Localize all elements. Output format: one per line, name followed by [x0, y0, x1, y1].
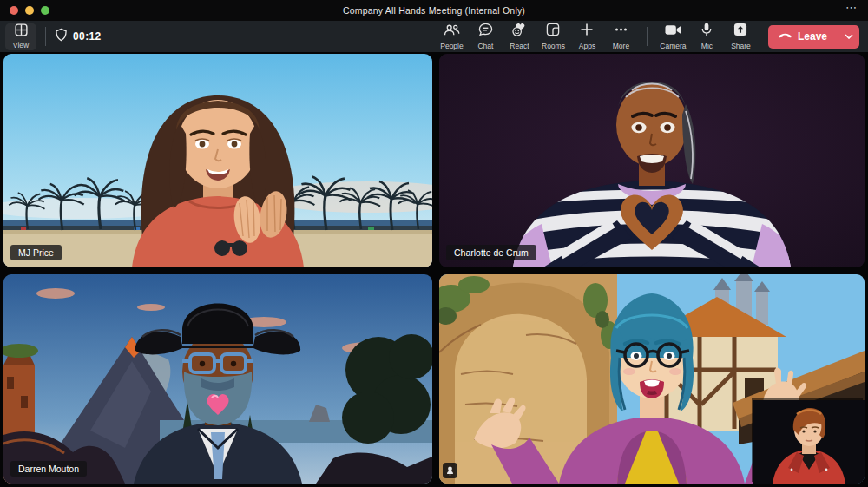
more-button[interactable]: More [604, 21, 638, 52]
titlebar-more-icon[interactable]: ⋯ [845, 1, 858, 14]
rooms-icon [546, 23, 560, 40]
beach-avatar-scene [3, 54, 432, 267]
camera-icon [665, 23, 681, 40]
chat-icon [478, 23, 493, 40]
view-button[interactable]: View [5, 23, 36, 50]
camera-button[interactable]: Camera [656, 22, 690, 52]
leave-button-group: Leave [768, 25, 859, 49]
shield-icon [55, 28, 68, 45]
leave-label: Leave [798, 30, 827, 43]
share-button[interactable]: Share [724, 21, 758, 52]
heart-hands-avatar-scene [439, 54, 865, 267]
video-grid: MJ Price [3, 54, 865, 484]
mic-button[interactable]: Mic [690, 21, 724, 52]
plus-icon [580, 23, 594, 40]
apps-button[interactable]: Apps [570, 21, 604, 52]
participant-nameplate: Charlotte de Crum [446, 245, 536, 260]
leave-button[interactable]: Leave [768, 25, 838, 49]
video-tile-self[interactable] [439, 274, 865, 484]
red-jacket-avatar [753, 400, 865, 484]
pin-icon [446, 466, 454, 476]
participant-nameplate: MJ Price [10, 245, 62, 260]
self-view-pip[interactable] [753, 400, 865, 484]
view-label: View [13, 41, 29, 49]
toolbar-actions: People Chat [435, 21, 863, 52]
meeting-window: Company All Hands Meeting (Internal Only… [0, 0, 868, 487]
chevron-down-icon [845, 34, 853, 39]
people-icon [444, 23, 460, 40]
mountain-cowboy-avatar-scene [3, 274, 432, 484]
meeting-toolbar: View 00:12 People [0, 21, 868, 52]
meeting-title: Company All Hands Meeting (Internal Only… [0, 5, 868, 16]
gallery-view-icon [15, 23, 28, 40]
meeting-timer: 00:12 [55, 28, 102, 45]
share-screen-icon [733, 23, 747, 40]
toolbar-divider [45, 27, 46, 46]
chat-button[interactable]: Chat [469, 21, 503, 52]
toolbar-divider-2 [647, 27, 648, 46]
video-tile-charlotte-de-crum[interactable]: Charlotte de Crum [439, 54, 865, 267]
people-button[interactable]: People [435, 22, 469, 52]
video-tile-mj-price[interactable]: MJ Price [3, 54, 432, 267]
video-tile-darren-mouton[interactable]: Darren Mouton [3, 274, 432, 484]
timer-value: 00:12 [73, 30, 102, 43]
spotlight-badge [443, 463, 457, 478]
hang-up-icon [779, 30, 792, 43]
react-icon [511, 23, 528, 40]
participant-nameplate: Darren Mouton [10, 461, 87, 477]
mic-icon [701, 23, 712, 40]
leave-options-button[interactable] [838, 25, 859, 49]
react-button[interactable]: React [503, 21, 536, 52]
titlebar: Company All Hands Meeting (Internal Only… [0, 0, 868, 21]
ellipsis-icon [614, 23, 628, 40]
rooms-button[interactable]: Rooms [536, 21, 570, 52]
